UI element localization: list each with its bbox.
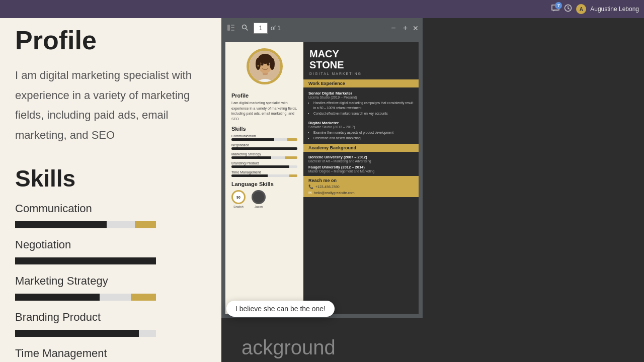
svg-point-13 [261, 63, 263, 66]
profile-section-title: Profile [231, 93, 297, 99]
user-avatar: A [576, 4, 586, 14]
job-bullets-1: Examine the monetary aspects of product … [303, 130, 419, 144]
skill-label-4: Time Management [231, 170, 297, 174]
english-score: 90 [236, 196, 240, 199]
clock-icon [564, 4, 572, 14]
tooltip-bubble: I believe she can be the one! [226, 301, 335, 317]
academy-header: Academy Background [303, 144, 419, 152]
resume-subtitle: DIGITAL MARKETING [309, 72, 413, 75]
name-line1: MACY [309, 48, 339, 59]
page-number-input[interactable]: 1 [254, 23, 268, 34]
close-button[interactable]: ✕ [413, 24, 419, 32]
svg-rect-2 [231, 25, 234, 26]
job-bullet-1-1: Determine and assets marketing [313, 136, 414, 141]
job-title-0: Senior Digital Marketer [303, 89, 419, 96]
svg-rect-3 [231, 27, 234, 28]
contact-header: Reach me on [308, 178, 414, 183]
japan-label: Japan [255, 205, 263, 208]
language-circles: 90 English Japan [231, 190, 297, 208]
bg-skill-bar-marketing [15, 294, 156, 301]
bg-skill-bar-branding [15, 330, 156, 337]
bg-skill-negotiation: Negotiation [15, 238, 206, 251]
english-label: English [233, 205, 244, 208]
bg-left-panel: Profile I am digital marketing specialis… [0, 0, 221, 362]
skill-label-2: Marketing Strategy [231, 152, 297, 156]
bg-skill-communication: Communication [15, 202, 206, 215]
skill-bar-3 [231, 165, 297, 168]
bg-skill-bar-negotiation [15, 257, 156, 264]
email-text: hello@reallygreatsite.com [314, 191, 355, 195]
profile-text: I am digital marketing specialist with e… [231, 101, 297, 122]
edu-item-0: Borcelle University (2007 – 2012) Bachel… [303, 154, 419, 164]
zoom-out-button[interactable]: − [389, 24, 397, 33]
job-company-0: Liceria Studio (2019 – Present) [303, 96, 419, 101]
svg-point-14 [267, 63, 269, 66]
chat-badge: 7 [555, 2, 562, 9]
zoom-in-button[interactable]: + [401, 24, 410, 33]
search-button[interactable] [239, 23, 251, 34]
resume-right-column: MACY STONE DIGITAL MARKETING Work Experi… [303, 42, 419, 314]
edu-school-1: Fauget University (2012 – 2014) [308, 165, 414, 169]
job-bullet-1-0: Examine the monetary aspects of product … [313, 130, 414, 135]
chat-icon-wrap[interactable]: 7 [551, 4, 560, 14]
bg-skill-time: Time Management [15, 347, 206, 360]
english-circle: 90 [231, 190, 246, 204]
resume-header: MACY STONE DIGITAL MARKETING [303, 42, 419, 79]
sidebar-toggle-button[interactable] [225, 23, 236, 33]
skill-label-3: Branding Product [231, 161, 297, 165]
edu-item-1: Fauget University (2012 – 2014) Master D… [303, 164, 419, 174]
job-company-1: Showde Studio (2013 – 2017) [303, 125, 419, 130]
edu-school-0: Borcelle University (2007 – 2012) [308, 155, 414, 159]
pdf-toolbar: 1 of 1 − + ✕ [221, 18, 423, 38]
svg-rect-1 [227, 25, 230, 31]
language-japan: Japan [252, 190, 266, 208]
contact-phone: 📞 +123-456-7890 [308, 185, 414, 189]
bg-text1: I am digital marketing specialist with e… [15, 65, 206, 145]
skill-label-0: Communication [231, 134, 297, 138]
user-name-label: Augustine Lebong [590, 6, 639, 13]
skills-section-title: Skills [231, 126, 297, 132]
skill-bar-0 [231, 138, 297, 141]
email-icon: ✉ [308, 191, 312, 195]
name-line2: STONE [309, 59, 344, 70]
bg-skill-marketing: Marketing Strategy [15, 275, 206, 288]
skill-label-1: Negotiation [231, 143, 297, 147]
photo-container [231, 42, 297, 88]
resume-left-column: Profile I am digital marketing specialis… [225, 42, 303, 314]
language-english: 90 English [231, 190, 246, 208]
bg-skill-bar-communication [15, 221, 156, 228]
edu-degree-1: Master Degree – Management and Marketing [308, 169, 414, 173]
contact-section: Reach me on 📞 +123-456-7890 ✉ hello@real… [303, 176, 419, 197]
phone-icon: 📞 [308, 185, 313, 189]
tooltip-text: I believe she can be the one! [235, 305, 326, 313]
phone-text: +123-456-7890 [315, 185, 340, 189]
user-initial: A [580, 7, 583, 12]
skill-bar-1 [231, 147, 297, 150]
svg-point-11 [256, 58, 261, 70]
top-bar-icons: 7 A Augustine Lebong [551, 4, 639, 14]
resume-card: Profile I am digital marketing specialis… [225, 42, 419, 314]
top-bar: 7 A Augustine Lebong [0, 0, 644, 18]
job-bullets-0: Handles effective digital marketing camp… [303, 101, 419, 119]
language-section: Language Skills 90 English Japan [231, 181, 297, 208]
pdf-viewer: 1 of 1 − + ✕ [221, 18, 423, 318]
page-total-label: of 1 [271, 25, 281, 32]
pdf-content-area: Profile I am digital marketing specialis… [221, 38, 423, 318]
work-experience-header: Work Experience [303, 79, 419, 87]
contact-email: ✉ hello@reallygreatsite.com [308, 191, 414, 195]
svg-rect-4 [231, 30, 234, 31]
bg-heading2: Skills [15, 165, 206, 192]
language-title: Language Skills [231, 181, 297, 187]
profile-photo-ring [247, 48, 283, 84]
bg-heading1: Profile [15, 25, 206, 55]
job-title-1: Digital Marketer [303, 119, 419, 125]
job-bullet-0-0: Handles effective digital marketing camp… [313, 101, 414, 111]
skill-bar-2 [231, 156, 297, 159]
edu-degree-0: Bachelor of Art – Marketing and Advertis… [308, 159, 414, 163]
job-bullet-0-1: Conduct effective market research on key… [313, 111, 414, 116]
svg-point-12 [270, 58, 275, 70]
skill-bar-4 [231, 174, 297, 177]
svg-point-15 [257, 65, 259, 67]
resume-name: MACY STONE [309, 48, 413, 70]
japan-circle [252, 190, 266, 204]
